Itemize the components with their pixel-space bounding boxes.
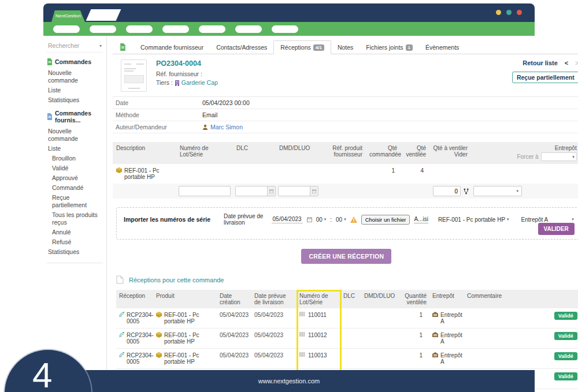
package-icon bbox=[156, 312, 162, 318]
valider-button[interactable]: VALIDER bbox=[538, 223, 575, 235]
qty-ordered-value: 1 bbox=[366, 164, 401, 184]
barcode-icon bbox=[299, 332, 306, 337]
nav-menu-item[interactable] bbox=[235, 25, 262, 33]
order-document-icon bbox=[120, 43, 126, 51]
qty-dispatched-value: 4 bbox=[401, 164, 429, 184]
search-placeholder: Rechercher bbox=[48, 42, 79, 49]
main-nav-bar bbox=[43, 22, 535, 36]
receptions-count-badge: 4/1 bbox=[313, 44, 324, 51]
sidebar-item-nouvelle-commande-f[interactable]: Nouvelle commande bbox=[47, 126, 103, 144]
package-icon bbox=[116, 167, 122, 173]
minute-select[interactable]: 00▾ bbox=[336, 216, 346, 223]
sidebar-item-nouvelle-commande[interactable]: Nouvelle commande bbox=[47, 68, 103, 85]
status-badge-valide: Validé bbox=[554, 332, 577, 340]
file-name-text: A...isi bbox=[414, 216, 428, 223]
order-header: PO2304-0004 Réf. fournisseur : Tiers : G… bbox=[113, 54, 578, 97]
reception-link[interactable]: RCP2304-0005 bbox=[127, 352, 154, 365]
tab-commande-fournisseur[interactable]: Commande fournisseur bbox=[134, 41, 210, 54]
forcer-entrepot-select[interactable]: ▾ bbox=[541, 152, 577, 161]
sidebar: Rechercher ▾ Commandes Nouvelle commande… bbox=[43, 36, 107, 370]
sidebar-item-liste[interactable]: Liste bbox=[47, 85, 103, 95]
reception-link[interactable]: RCP2304-0005 bbox=[127, 332, 154, 345]
window-dot-yellow[interactable] bbox=[496, 10, 501, 15]
sidebar-item-refuse[interactable]: Refusé bbox=[47, 237, 103, 247]
next-record-arrow[interactable]: > bbox=[575, 59, 578, 66]
product-link[interactable]: REF-001 - Pc portable HP bbox=[164, 352, 214, 365]
order-number: PO2304-0004 bbox=[156, 59, 218, 68]
line-entrepot-select[interactable]: ▾ bbox=[473, 186, 522, 196]
warning-icon bbox=[350, 216, 357, 223]
hour-select[interactable]: 00▾ bbox=[316, 216, 327, 223]
sidebar-item-recue-partiellement[interactable]: Reçue partiellement bbox=[47, 193, 103, 210]
sidebar-item-statistiques-f[interactable]: Statistiques bbox=[47, 247, 103, 257]
nav-menu-item[interactable] bbox=[126, 25, 153, 33]
sidebar-item-valide[interactable]: Validé bbox=[47, 163, 103, 173]
sidebar-item-approuve[interactable]: Approuvé bbox=[47, 173, 103, 183]
nav-menu-item[interactable] bbox=[162, 25, 189, 33]
tab-fichiers-joints[interactable]: Fichiers joints1 bbox=[360, 41, 419, 54]
package-icon bbox=[156, 332, 162, 338]
barcode-icon bbox=[299, 352, 306, 357]
product-link[interactable]: REF-001 - Pc portable HP bbox=[164, 332, 214, 345]
window-dot-red[interactable] bbox=[517, 10, 522, 15]
import-product-select[interactable]: REF-001 - Pc portable HP▾ bbox=[438, 216, 509, 223]
tiers-link[interactable]: Garderie Cap bbox=[181, 79, 218, 87]
sidebar-item-brouillon[interactable]: Brouillon bbox=[47, 154, 103, 163]
delivery-date-input[interactable]: 05/04/2023 bbox=[272, 216, 303, 223]
warehouse-icon bbox=[432, 352, 438, 357]
sidebar-search[interactable]: Rechercher ▾ bbox=[47, 41, 103, 53]
dmd-date-input[interactable] bbox=[279, 186, 310, 196]
dlc-date-input[interactable] bbox=[236, 186, 267, 196]
sidebar-item-annule[interactable]: Annulé bbox=[47, 227, 103, 237]
field-row-date: Date 05/04/2023 00:00 bbox=[113, 97, 578, 109]
nav-menu-item[interactable] bbox=[199, 25, 225, 33]
calendar-icon[interactable] bbox=[267, 186, 275, 196]
nav-menu-item[interactable] bbox=[53, 25, 80, 33]
barcode-icon bbox=[299, 312, 306, 316]
tab-receptions[interactable]: Réceptions4/1 bbox=[273, 40, 331, 54]
field-row-methode: Méthode Email bbox=[113, 109, 578, 121]
window-tab-redacted[interactable] bbox=[86, 9, 121, 21]
sidebar-item-liste-f[interactable]: Liste bbox=[47, 144, 103, 154]
order-lines-table: Description Numéro de Lot/Série DLC DMD/… bbox=[113, 142, 578, 199]
sidebar-section-commandes: Commandes bbox=[47, 58, 103, 65]
brand-tab[interactable]: NextGestion bbox=[51, 10, 85, 22]
document-thumbnail[interactable] bbox=[121, 59, 147, 92]
calendar-icon[interactable] bbox=[310, 186, 318, 196]
calendar-icon[interactable] bbox=[307, 217, 312, 222]
author-link[interactable]: Marc Simon bbox=[210, 124, 243, 130]
tab-notes[interactable]: Notes bbox=[331, 41, 360, 54]
entrepot-link[interactable]: Entrepôt A bbox=[440, 312, 462, 324]
entrepot-link[interactable]: Entrepôt A bbox=[440, 352, 462, 365]
tab-evenements[interactable]: Évènements bbox=[419, 41, 465, 54]
prev-record-arrow[interactable]: < bbox=[565, 59, 568, 66]
app-window: NextGestion Rechercher ▾ bbox=[43, 3, 535, 392]
back-to-list-link[interactable]: Retour liste bbox=[523, 59, 558, 66]
split-branch-icon[interactable] bbox=[464, 188, 469, 195]
order-ref-fournisseur: Réf. fournisseur : bbox=[156, 70, 218, 79]
serial-number: 110013 bbox=[308, 352, 327, 359]
product-link[interactable]: REF-001 - Pc portable HP bbox=[164, 312, 214, 324]
nav-menu-item[interactable] bbox=[272, 25, 298, 33]
qty-to-dispatch-input[interactable] bbox=[433, 186, 461, 196]
footer-bar: www.nextgestion.com bbox=[43, 370, 535, 392]
nav-menu-item[interactable] bbox=[90, 25, 116, 33]
sidebar-section-commandes-fournisseurs: Commandes fournis... bbox=[47, 110, 103, 124]
window-dot-teal[interactable] bbox=[506, 10, 512, 15]
field-row-auteur: Auteur/Demandeur Marc Simon bbox=[113, 121, 578, 133]
tab-contacts-adresses[interactable]: Contacts/Adresses bbox=[210, 41, 273, 54]
reception-icon bbox=[119, 332, 124, 338]
import-entrepot-select[interactable]: Entrepôt A▾ bbox=[521, 216, 574, 223]
reception-link[interactable]: RCP2304-0005 bbox=[127, 312, 154, 324]
create-reception-button[interactable]: CRÉER UNE RÉCEPTION bbox=[301, 249, 391, 264]
sidebar-item-tous-produits-recus[interactable]: Tous les produits reçus bbox=[47, 210, 103, 227]
reception-row: RCP2304-0005 REF-001 - Pc portable HP 05… bbox=[116, 349, 578, 369]
product-description[interactable]: REF-001 - Pc portable HP bbox=[124, 167, 173, 180]
sidebar-item-commande[interactable]: Commandé bbox=[47, 183, 103, 193]
entrepot-link[interactable]: Entrepôt A bbox=[440, 332, 462, 345]
import-serials-panel: Importer les numéros de série Date prévu… bbox=[116, 207, 578, 240]
vider-link[interactable]: Vider bbox=[454, 151, 468, 158]
sidebar-item-statistiques[interactable]: Statistiques bbox=[47, 95, 103, 105]
choose-file-button[interactable]: Choisir un fichier bbox=[361, 215, 410, 225]
lot-serial-input[interactable] bbox=[179, 186, 231, 196]
